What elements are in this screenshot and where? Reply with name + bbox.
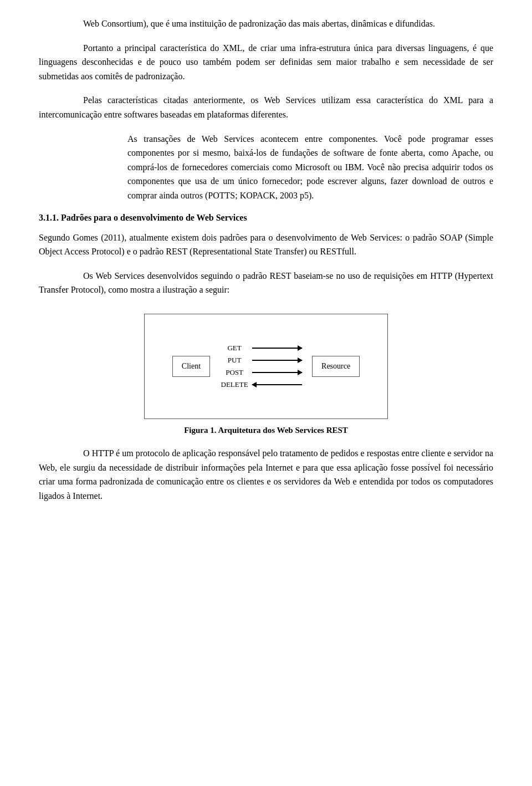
paragraph-2: Portanto a principal característica do X… bbox=[39, 41, 493, 84]
client-box: Client bbox=[172, 356, 210, 377]
last-paragraph-1: O HTTP é um protocolo de aplicação respo… bbox=[39, 446, 493, 503]
figure-container: Client GET PUT bbox=[39, 314, 493, 435]
section-paragraph-2: Os Web Services desenvolvidos seguindo o… bbox=[39, 269, 493, 297]
arrow-row-delete: DELETE bbox=[220, 380, 302, 389]
figure-caption: Figura 1. Arquitetura dos Web Services R… bbox=[184, 426, 348, 435]
arrow-row-put: PUT bbox=[220, 356, 302, 365]
section-heading: 3.1.1. Padrões para o desenvolvimento de… bbox=[39, 213, 493, 223]
arrow-row-post: POST bbox=[220, 368, 302, 377]
section-paragraph-1: Segundo Gomes (2011), atualmente existem… bbox=[39, 231, 493, 259]
resource-box: Resource bbox=[312, 356, 360, 377]
arrows-group: GET PUT bbox=[220, 344, 302, 389]
figure-diagram: Client GET PUT bbox=[144, 314, 388, 419]
arrow-row-get: GET bbox=[220, 344, 302, 353]
paragraph-1: Web Consortium), que é uma instituição d… bbox=[39, 17, 493, 31]
paragraph-4: As transações de Web Services acontecem … bbox=[127, 132, 493, 203]
page: Web Consortium), que é uma instituição d… bbox=[0, 0, 532, 535]
rest-diagram: Client GET PUT bbox=[145, 314, 387, 418]
paragraph-3: Pelas características citadas anteriorme… bbox=[39, 93, 493, 121]
